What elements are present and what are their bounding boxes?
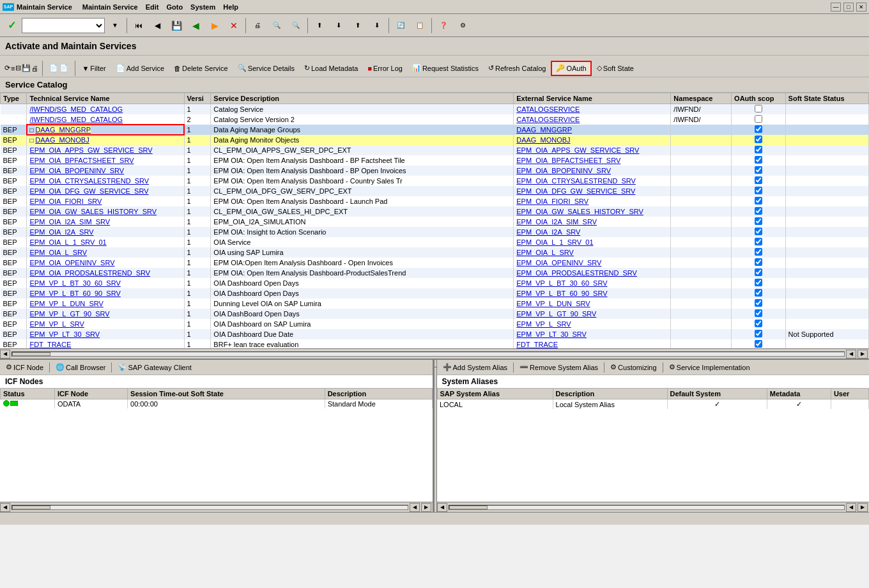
table-row[interactable]: BEPEPM_VP_L_BT_30_60_SRV1OIA Dashboard O… [1, 278, 869, 288]
table-row[interactable]: BEPEPM_VP_L_DUN_SRV1Dunning Level OIA on… [1, 298, 869, 309]
cell-tech[interactable]: EPM_OIA_PRODSALESTREND_SRV [27, 268, 184, 278]
cell-tech[interactable]: EPM_OIA_CTRYSALESTREND_SRV [27, 176, 184, 186]
ext-name-link[interactable]: EPM_OIA_APPS_GW_SERVICE_SRV [516, 146, 639, 154]
menu-edit[interactable]: Edit [143, 3, 162, 12]
service-details-button[interactable]: 🔍 Service Details [233, 61, 299, 76]
table-row[interactable]: BEPEPM_VP_LT_30_SRV1OIA Dashboard Due Da… [1, 329, 869, 339]
error-log-button[interactable]: ■ Error Log [363, 61, 407, 76]
oauth-checkbox[interactable] [755, 268, 762, 276]
ext-name-link[interactable]: EPM_OIA_I2A_SRV [516, 228, 580, 236]
settings-btn[interactable]: ⚙ [454, 17, 472, 35]
dropdown-arrow[interactable]: ▼ [106, 17, 124, 35]
tech-name-link[interactable]: DAAG_MNGGRP [35, 126, 91, 134]
tech-name-link[interactable]: EPM_VP_L_DUN_SRV [29, 300, 103, 307]
view-btn[interactable]: 📄 📄 [45, 61, 73, 76]
oauth-checkbox[interactable] [755, 115, 762, 123]
cell-tech[interactable]: /IWFND/SG_MED_CATALOG [27, 104, 184, 115]
cell-tech[interactable]: EPM_OIA_I2A_SRV [27, 227, 184, 237]
menu-maintain[interactable]: Maintain Service [80, 3, 141, 12]
table-row[interactable]: BEPEPM_VP_L_GT_90_SRV1OIA DashBoard Open… [1, 309, 869, 319]
cell-tech[interactable]: /IWFND/SG_MED_CATALOG [27, 114, 184, 125]
filter-button[interactable]: ▼ Filter [77, 61, 110, 76]
tech-name-link[interactable]: EPM_OIA_GW_SALES_HISTORY_SRV [29, 208, 157, 215]
menu-help[interactable]: Help [220, 3, 241, 12]
cell-ext[interactable]: EPM_VP_L_GT_90_SRV [514, 309, 671, 319]
checkmark-btn[interactable]: ✓ [3, 17, 20, 35]
tech-name-link[interactable]: /IWFND/SG_MED_CATALOG [29, 116, 123, 123]
table-row[interactable]: BEPEPM_VP_L_SRV1OIA Dashboard on SAP Lum… [1, 319, 869, 329]
add-system-alias-button[interactable]: ➕ Add System Alias [440, 361, 511, 374]
icon-btn-5[interactable]: 🖨 [31, 65, 38, 72]
ext-name-link[interactable]: EPM_OIA_BPOPENINV_SRV [516, 167, 611, 174]
tech-name-link[interactable]: EPM_OIA_FIORI_SRV [29, 197, 102, 205]
cell-tech[interactable]: EPM_OIA_I2A_SIM_SRV [27, 217, 184, 227]
download-btn[interactable]: ⬇ [330, 17, 348, 35]
tech-name-link[interactable]: EPM_OIA_OPENINV_SRV [29, 259, 114, 267]
left-page-left[interactable]: ◀ [410, 503, 420, 512]
right-page-right[interactable]: ▶ [857, 503, 868, 512]
oauth-checkbox[interactable] [755, 299, 762, 307]
cell-ext[interactable]: EPM_OIA_OPENINV_SRV [514, 258, 671, 268]
tech-name-link[interactable]: EPM_VP_L_GT_90_SRV [29, 310, 109, 318]
cell-tech[interactable]: EPM_OIA_L_1_SRV_01 [27, 237, 184, 247]
oauth-checkbox[interactable] [755, 309, 762, 317]
cell-tech[interactable]: □ DAAG_MONOBJ [27, 135, 184, 145]
tech-name-link[interactable]: EPM_OIA_BPFACTSHEET_SRV [29, 157, 134, 164]
cell-ext[interactable]: EPM_OIA_BPFACTSHEET_SRV [514, 155, 671, 166]
ext-name-link[interactable]: EPM_OIA_L_SRV [516, 249, 574, 256]
cell-ext[interactable]: DAAG_MONOBJ [514, 135, 671, 145]
oauth-checkbox[interactable] [755, 187, 762, 194]
left-panel-hscroll[interactable]: ◀ ◀ ▶ [0, 502, 433, 512]
cell-tech[interactable]: EPM_OIA_GW_SALES_HISTORY_SRV [27, 206, 184, 217]
oauth-checkbox[interactable] [755, 176, 762, 184]
cell-ext[interactable]: EPM_OIA_BPOPENINV_SRV [514, 166, 671, 176]
table-row[interactable]: BEPEPM_OIA_APPS_GW_SERVICE_SRV1CL_EPM_OI… [1, 145, 869, 155]
cell-tech[interactable]: EPM_OIA_OPENINV_SRV [27, 258, 184, 268]
table-row[interactable]: BEP□ DAAG_MNGGRP1Data Aging Manage Group… [1, 125, 869, 135]
cell-ext[interactable]: EPM_OIA_APPS_GW_SERVICE_SRV [514, 145, 671, 155]
save-btn[interactable]: 💾 [167, 17, 185, 35]
ext-name-link[interactable]: EPM_OIA_GW_SALES_HISTORY_SRV [516, 208, 643, 215]
cell-tech[interactable]: EPM_OIA_BPFACTSHEET_SRV [27, 155, 184, 166]
cell-ext[interactable]: CATALOGSERVICE [514, 114, 671, 125]
remove-system-alias-button[interactable]: ➖ Remove System Alias [516, 361, 601, 374]
sap-gateway-client-button[interactable]: 📡 SAP Gateway Client [114, 361, 194, 374]
cell-ext[interactable]: EPM_VP_L_DUN_SRV [514, 298, 671, 309]
tech-name-link[interactable]: DAAG_MONOBJ [35, 136, 89, 144]
oauth-checkbox[interactable] [755, 238, 762, 245]
back-btn[interactable]: ◀ [187, 17, 204, 35]
tech-name-link[interactable]: EPM_OIA_DFG_GW_SERVICE_SRV [29, 187, 148, 195]
table-row[interactable]: BEPEPM_VP_L_BT_60_90_SRV1OIA Dashboard O… [1, 288, 869, 298]
right-scroll-thumb[interactable] [449, 506, 488, 509]
oauth-checkbox[interactable] [755, 146, 762, 153]
oauth-checkbox[interactable] [755, 217, 762, 225]
find-btn[interactable]: 🔍 [268, 17, 286, 35]
cell-tech[interactable]: EPM_OIA_L_SRV [27, 247, 184, 258]
cell-ext[interactable]: EPM_OIA_I2A_SRV [514, 227, 671, 237]
scroll-track[interactable] [12, 352, 845, 357]
cell-tech[interactable]: EPM_OIA_DFG_GW_SERVICE_SRV [27, 186, 184, 196]
ext-name-link[interactable]: EPM_VP_L_DUN_SRV [516, 300, 590, 307]
cell-tech[interactable]: EPM_VP_LT_30_SRV [27, 329, 184, 339]
icon-btn-2[interactable]: ≡ [11, 65, 15, 72]
table-row[interactable]: BEPEPM_OIA_I2A_SIM_SRV1EPM_OIA_I2A_SIMUL… [1, 217, 869, 227]
ext-name-link[interactable]: CATALOGSERVICE [516, 105, 580, 113]
tech-name-link[interactable]: EPM_VP_L_SRV [29, 320, 84, 328]
delete-service-button[interactable]: 🗑 Delete Service [169, 61, 233, 76]
table-row[interactable]: BEPEPM_OIA_OPENINV_SRV1EPM OIA:Open Item… [1, 258, 869, 268]
cell-ext[interactable]: EPM_OIA_L_SRV [514, 247, 671, 258]
ext-name-link[interactable]: EPM_VP_L_GT_90_SRV [516, 310, 596, 318]
ext-name-link[interactable]: EPM_VP_L_SRV [516, 320, 571, 328]
oauth-checkbox[interactable] [755, 248, 762, 256]
service-impl-button[interactable]: ⚙ Service Implementation [666, 361, 753, 374]
add-service-button[interactable]: 📄 Add Service [111, 61, 169, 76]
tech-name-link[interactable]: EPM_OIA_I2A_SRV [29, 228, 93, 236]
icon-btn-1[interactable]: ⟳ [4, 64, 10, 72]
oauth-checkbox[interactable] [755, 125, 762, 133]
left-scroll-left[interactable]: ◀ [0, 503, 10, 512]
oauth-checkbox[interactable] [755, 228, 762, 235]
ext-name-link[interactable]: EPM_OIA_OPENINV_SRV [516, 259, 601, 267]
minimize-button[interactable]: — [831, 3, 841, 12]
oauth-checkbox[interactable] [755, 279, 762, 286]
table-row[interactable]: BEPEPM_OIA_I2A_SRV1EPM OIA: Insight to A… [1, 227, 869, 237]
